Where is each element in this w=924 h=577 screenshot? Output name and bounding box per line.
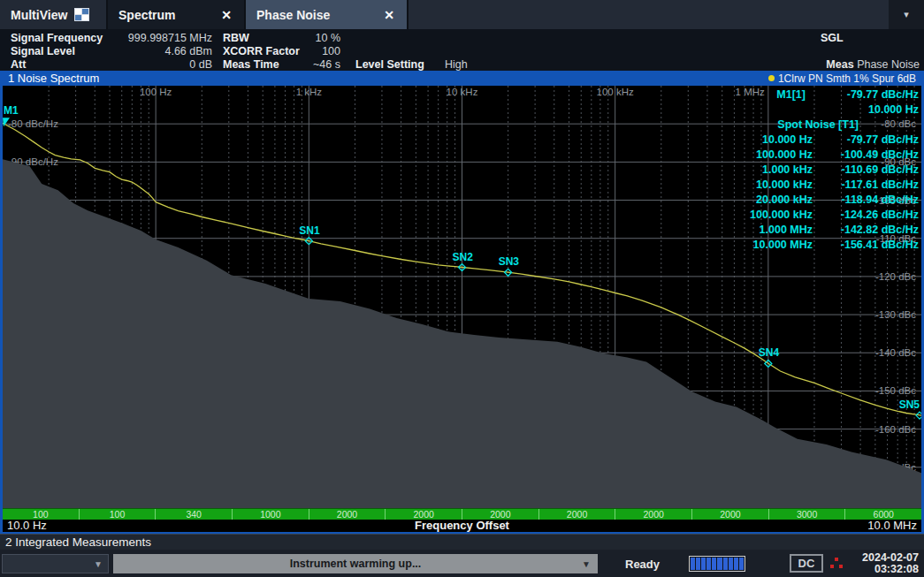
marker-sn4-label: SN4 — [759, 346, 780, 359]
x-axis-stop: 10.0 MHz — [867, 519, 917, 532]
tab-overflow-button[interactable]: ▾ — [889, 0, 924, 29]
xcorr-value[interactable]: 100 — [265, 45, 340, 57]
tab-phase-noise[interactable]: Phase Noise ✕ — [246, 0, 409, 29]
x-axis-label: Frequency Offset — [3, 519, 921, 532]
tab-spectrum-label: Spectrum — [118, 8, 176, 22]
marker-m1-row: M1[1]-79.77 dBc/Hz — [728, 87, 919, 102]
integrated-measurements-title: 2 Integrated Measurements — [5, 535, 151, 549]
instrument-screen: MultiView Spectrum ✕ Phase Noise ✕ ▾ Sig… — [0, 0, 924, 577]
status-message: Instrument warming up... — [290, 558, 422, 570]
progress-bar — [689, 556, 745, 572]
tab-bar-filler — [409, 0, 889, 29]
marker-m1-name: M1[1] — [776, 88, 806, 101]
y-axis-label-right: -160 dBc — [875, 424, 916, 435]
marker-sn5-label: SN5 — [899, 399, 920, 411]
y-axis-label-left: -80 dBc/Hz — [8, 118, 58, 129]
marker-sn3-label: SN3 — [499, 255, 520, 268]
marker-m1-value: -79.77 dBc/Hz — [820, 87, 919, 102]
spot-noise-row: 20.000 kHz-118.94 dBc/Hz — [728, 193, 919, 208]
marker-m1-label: M1 — [4, 104, 19, 117]
tab-multiview-label: MultiView — [11, 8, 67, 22]
y-axis-label-right: -120 dBc — [875, 271, 916, 282]
marker-sn1-label: SN1 — [299, 224, 320, 237]
time: 03:32:08 — [862, 564, 919, 575]
meas-value: Phase Noise — [857, 58, 920, 71]
spot-noise-row: 100.000 Hz-100.49 dBc/Hz — [728, 148, 919, 163]
lan-error-icon — [830, 558, 843, 569]
marker-sn2-label: SN2 — [453, 251, 474, 263]
dc-coupling-indicator[interactable]: DC — [790, 554, 823, 573]
rbw-label: RBW — [223, 32, 249, 44]
status-dropdown-empty[interactable]: ▼ — [2, 554, 109, 573]
spot-noise-title: Spot Noise [T1] — [728, 118, 919, 133]
tab-phase-noise-label: Phase Noise — [256, 8, 330, 22]
signal-frequency-label: Signal Frequency — [11, 32, 103, 44]
meas-label: Meas — [826, 58, 853, 71]
spot-noise-row: 10.000 kHz-117.61 dBc/Hz — [728, 178, 919, 193]
x-axis-top-label: 10 kHz — [447, 87, 478, 97]
rbw-value[interactable]: 10 % — [265, 32, 340, 44]
att-value[interactable]: 0 dB — [115, 58, 212, 71]
trace-info: 1Clrw PN Smth 1% Spur 6dB — [768, 72, 916, 85]
spot-noise-row: 1.000 kHz-110.69 dBc/Hz — [728, 163, 919, 178]
ready-status: Ready — [625, 558, 660, 571]
datetime-display: 2024-02-07 03:32:08 — [862, 552, 919, 575]
close-icon[interactable]: ✕ — [382, 8, 396, 22]
level-setting-label: Level Setting — [355, 58, 424, 71]
spot-noise-row: 100.000 kHz-124.26 dBc/Hz — [728, 208, 919, 223]
tab-multiview[interactable]: MultiView — [0, 0, 108, 29]
status-message-dropdown[interactable]: Instrument warming up... ▼ — [113, 554, 598, 573]
single-sweep-badge: SGL — [821, 32, 844, 44]
level-setting-value[interactable]: High — [445, 58, 468, 71]
close-icon[interactable]: ✕ — [219, 8, 233, 22]
signal-level-value[interactable]: 4.66 dBm — [115, 45, 212, 57]
x-axis-top-label: 1 kHz — [296, 87, 323, 97]
x-axis-top-label: 100 Hz — [140, 87, 172, 97]
status-bar: ▼ Instrument warming up... ▼ Ready DC 20… — [0, 550, 924, 577]
multiview-grid-icon — [74, 8, 89, 21]
tab-bar: MultiView Spectrum ✕ Phase Noise ✕ ▾ — [0, 0, 924, 29]
window-titlebar[interactable]: 1 Noise Spectrum 1Clrw PN Smth 1% Spur 6… — [3, 71, 921, 86]
chevron-down-icon: ▼ — [94, 559, 103, 569]
y-axis-label-right: -140 dBc — [875, 347, 916, 358]
meas-time-value[interactable]: ~46 s — [265, 58, 340, 71]
measurement-header: Signal Frequency 999.998715 MHz Signal L… — [0, 29, 924, 71]
window-title: 1 Noise Spectrum — [8, 72, 99, 85]
y-axis-label-right: -130 dBc — [875, 309, 916, 320]
att-label: Att — [11, 58, 26, 71]
chevron-down-icon: ▼ — [582, 559, 591, 569]
noise-spectrum-window: 1 Noise Spectrum 1Clrw PN Smth 1% Spur 6… — [0, 71, 924, 534]
marker-m1-freq: 10.000 Hz — [820, 102, 919, 118]
integrated-measurements-window-header[interactable]: 2 Integrated Measurements — [0, 534, 924, 550]
marker-readout: M1[1]-79.77 dBc/Hz 10.000 Hz Spot Noise … — [728, 87, 919, 253]
trace-info-label: 1Clrw PN Smth 1% Spur 6dB — [778, 72, 916, 85]
trace-color-dot — [768, 75, 775, 81]
spot-noise-row: 10.000 MHz-156.41 dBc/Hz — [728, 238, 919, 253]
x-axis-top-label: 100 kHz — [597, 87, 634, 97]
x-axis-bar: 10.0 Hz Frequency Offset 10.0 MHz — [3, 520, 921, 532]
noise-spectrum-chart: -80 dBc/Hz-80 dBc-90 dBc/Hz-90 dBc-100 d… — [3, 86, 921, 508]
tab-spectrum[interactable]: Spectrum ✕ — [108, 0, 246, 29]
spot-noise-row: 1.000 MHz-142.82 dBc/Hz — [728, 223, 919, 238]
signal-frequency-value[interactable]: 999.998715 MHz — [115, 32, 212, 44]
signal-level-label: Signal Level — [11, 45, 75, 57]
spot-noise-row: 10.000 Hz-79.77 dBc/Hz — [728, 133, 919, 148]
meas-mode: Meas Phase Noise — [826, 58, 920, 71]
y-axis-label-right: -150 dBc — [875, 385, 916, 396]
